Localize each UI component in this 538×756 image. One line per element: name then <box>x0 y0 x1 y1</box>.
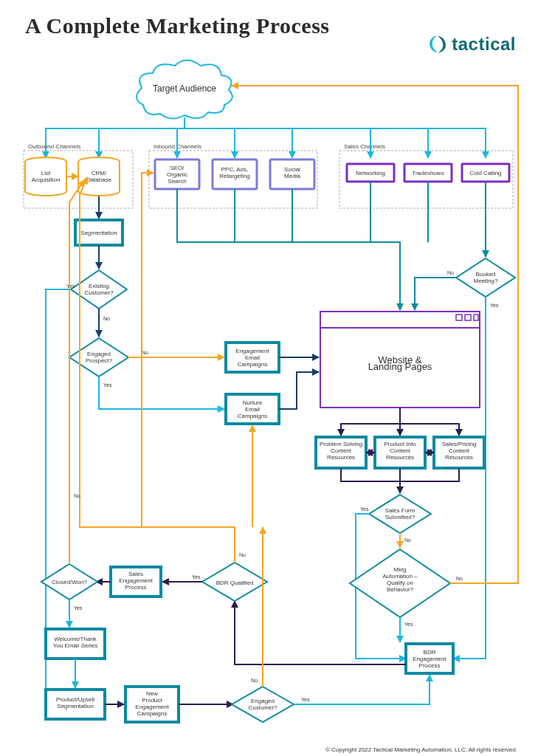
node-engaged-customer: EngagedCustomer? <box>232 687 294 722</box>
svg-text:No: No <box>447 270 454 275</box>
svg-text:Yes: Yes <box>74 605 83 611</box>
svg-text:Welcome/ThankYou Email Series: Welcome/ThankYou Email Series <box>53 636 98 649</box>
node-product-upsell-seg: Product/UpsellSegmentation <box>46 690 105 719</box>
svg-text:No: No <box>74 493 80 498</box>
svg-text:Yes: Yes <box>490 303 499 308</box>
svg-text:No: No <box>142 350 148 355</box>
node-welcome-email: Welcome/ThankYou Email Series <box>46 629 105 659</box>
svg-text:No: No <box>239 552 246 557</box>
node-nurture-email: NurtureEmailCampaigns <box>226 394 279 424</box>
brand-name: tactical <box>452 34 516 55</box>
node-new-product-engage: NewProductEngagementCampaigns <box>125 687 179 722</box>
page-title: A Complete Marketing Process <box>25 13 330 38</box>
svg-text:Sales FormSubmitted?: Sales FormSubmitted? <box>385 507 415 520</box>
svg-text:EngagedProspect?: EngagedProspect? <box>86 351 113 364</box>
flowchart: Target Audience Outbound Channels Inboun… <box>16 55 525 756</box>
section-outbound-label: Outbound Channels <box>28 143 80 150</box>
svg-text:No: No <box>456 576 463 581</box>
svg-text:EngagedCustomer?: EngagedCustomer? <box>248 698 277 711</box>
node-closed-won: Closed/Won? <box>41 564 97 599</box>
node-target-audience: Target Audience <box>137 61 232 119</box>
svg-text:Yes: Yes <box>301 697 310 702</box>
node-sales-pricing-content: Sales/PricingContentResources <box>434 437 484 468</box>
svg-text:No: No <box>103 316 110 321</box>
node-seo: SEO/OrganicSearch <box>155 159 199 189</box>
copyright-text: © Copyright 2022 Tactical Marketing Auto… <box>325 746 517 753</box>
node-social: SocialMedia <box>270 159 314 189</box>
node-website: Website &Landing Pages <box>320 312 480 408</box>
svg-text:Yes: Yes <box>360 506 369 512</box>
svg-text:BookedMeeting?: BookedMeeting? <box>474 271 498 284</box>
svg-text:PPC, Ads,Retargeting: PPC, Ads,Retargeting <box>219 166 249 179</box>
section-sales-label: Sales Channels <box>344 143 385 150</box>
svg-text:Yes: Yes <box>404 622 413 627</box>
node-engagement-email: EngagementEmailCampaigns <box>226 343 279 372</box>
node-sales-form: Sales FormSubmitted? <box>369 495 431 533</box>
svg-text:Tradeshows: Tradeshows <box>412 170 444 176</box>
svg-text:Closed/Won?: Closed/Won? <box>52 579 87 585</box>
node-list-acquisition: ListAcquisition <box>25 157 66 196</box>
node-product-info-content: Product InfoContentResources <box>375 437 425 468</box>
node-problem-content: Problem SolvingContentResources <box>316 437 366 468</box>
node-cold-calling: Cold Calling <box>462 164 509 182</box>
node-mktg-automation: MktgAutomation –Qualify onBehavior? <box>350 549 450 617</box>
svg-text:Yes: Yes <box>66 284 75 289</box>
brand-swirl-icon <box>428 35 447 54</box>
node-tradeshows: Tradeshows <box>404 164 452 182</box>
svg-text:Yes: Yes <box>103 382 112 388</box>
svg-text:Target Audience: Target Audience <box>153 83 216 94</box>
node-sales-engagement: SalesEngagementProcess <box>111 567 161 597</box>
svg-text:No: No <box>251 678 258 683</box>
node-networking: Networking <box>347 164 394 182</box>
node-ppc: PPC, Ads,Retargeting <box>213 159 257 189</box>
node-crm-database: CRM/Database <box>78 157 120 196</box>
brand-logo: tactical <box>428 34 516 55</box>
node-bdr-qualified: BDR Qualified <box>202 563 267 601</box>
svg-text:Product/UpsellSegmentation: Product/UpsellSegmentation <box>56 696 94 709</box>
node-engaged-prospect: EngagedProspect? <box>69 338 128 377</box>
svg-text:SocialMedia: SocialMedia <box>284 166 300 179</box>
node-segmentation: Segmentation <box>75 220 123 245</box>
svg-text:Segmentation: Segmentation <box>80 230 117 236</box>
svg-text:Cold Calling: Cold Calling <box>469 170 501 176</box>
svg-text:BDR Qualified: BDR Qualified <box>216 580 254 586</box>
svg-text:No: No <box>404 537 411 543</box>
node-booked-meeting: BookedMeeting? <box>456 258 515 297</box>
svg-text:Networking: Networking <box>356 170 385 176</box>
svg-text:Yes: Yes <box>192 574 201 580</box>
node-bdr-process: BDREngagementProcess <box>406 644 453 673</box>
